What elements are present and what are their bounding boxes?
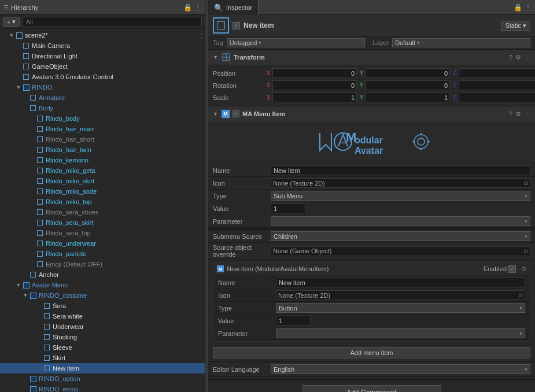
ma-type-dropdown-text: Sub Menu — [274, 193, 525, 199]
nested-picker-btn[interactable]: ⊙ — [521, 265, 526, 273]
inspector-tab[interactable]: 🔍 Inspector — [208, 0, 259, 15]
nested-name-input[interactable] — [276, 278, 525, 287]
nested-icon-picker[interactable]: None (Texture 2D) ⊙ — [276, 290, 525, 300]
scene-root-item[interactable]: ▼ scene2* ⋮ — [0, 30, 205, 40]
ma-submenu-dropdown[interactable]: Children ▾ — [271, 231, 530, 241]
sera-label: Sera — [53, 302, 66, 309]
plus-icon: + — [7, 19, 10, 25]
scene-settings-icon[interactable]: ⋮ — [198, 32, 205, 39]
rindo-option-item[interactable]: RINDO_option — [0, 373, 205, 384]
ma-component-header[interactable]: ▼ M MA Menu Item ? ⚙ ⋮ — [208, 106, 535, 121]
main-camera-item[interactable]: Main Camera — [0, 40, 205, 51]
add-component-button[interactable]: Add Component — [302, 385, 441, 392]
anchor-item[interactable]: Anchor — [0, 269, 205, 280]
rindo-particle-item[interactable]: Rindo_particle — [0, 249, 205, 259]
transform-header[interactable]: ▼ Transform ? ⚙ ⋮ — [208, 50, 535, 65]
ma-name-input[interactable] — [271, 165, 530, 175]
position-x-input[interactable] — [272, 68, 357, 78]
hierarchy-panel-header: ☰ Hierarchy 🔒 ⋮ — [0, 0, 205, 15]
transform-menu-icon[interactable]: ⋮ — [524, 54, 530, 61]
emoji-icon — [36, 260, 44, 268]
nested-icon-btn[interactable]: ⊙ — [518, 292, 523, 298]
rindo-sera-shoes-item[interactable]: Rindo_sera_shoes — [0, 207, 205, 217]
ma-settings-icon[interactable]: ⚙ — [515, 110, 521, 118]
rindo-sera-top-item[interactable]: Rindo_sera_top — [0, 228, 205, 238]
rindo-sera-skirt-item[interactable]: Rindo_sera_skirt — [0, 217, 205, 228]
ma-source-override-picker[interactable]: None (Game Object) ⊙ — [271, 246, 530, 256]
rotation-x-input[interactable] — [272, 80, 357, 90]
transform-help-icon[interactable]: ? — [509, 54, 512, 61]
rindo-item[interactable]: ▼ RINDO — [0, 82, 205, 93]
rindo-miko-skirt-item[interactable]: Rindo_miko_skirt — [0, 176, 205, 186]
more-icon[interactable]: ⋮ — [194, 3, 201, 12]
tab-spacer — [259, 0, 510, 14]
position-label: Position — [213, 70, 265, 77]
add-menu-item-button[interactable]: Add menu item — [213, 347, 530, 358]
ma-help-icon[interactable]: ? — [509, 110, 512, 118]
lock-icon[interactable]: 🔒 — [183, 3, 192, 12]
scale-x-input[interactable] — [272, 93, 357, 102]
ma-enabled-checkbox[interactable] — [233, 110, 239, 117]
editor-language-dropdown[interactable]: English ▾ — [271, 364, 530, 374]
rindo-hair-short-item[interactable]: Rindo_hair_short — [0, 134, 205, 145]
rindo-underwear-item[interactable]: Rindo_underwear — [0, 238, 205, 249]
rindo-body-item[interactable]: Rindo_body — [0, 113, 205, 124]
object-header: New item Static ▾ — [208, 15, 535, 36]
avatars-control-item[interactable]: Avatars 3.0 Emulator Control — [0, 72, 205, 82]
transform-settings-icon[interactable]: ⚙ — [515, 54, 521, 61]
sera-white-item[interactable]: Sera white — [0, 311, 205, 321]
directional-light-item[interactable]: Directional Light — [0, 51, 205, 61]
gameobject-item[interactable]: GameObject — [0, 61, 205, 72]
object-enabled-checkbox[interactable] — [233, 22, 240, 29]
rindo-hair-twin-item[interactable]: Rindo_hair_twin — [0, 145, 205, 155]
hierarchy-search-input[interactable] — [22, 17, 202, 27]
ma-source-picker-btn[interactable]: ⊙ — [523, 248, 528, 254]
add-hierarchy-button[interactable]: + ▾ — [3, 17, 20, 27]
rotation-y-input[interactable] — [366, 80, 450, 90]
skirt-item[interactable]: Skirt — [0, 353, 205, 363]
ma-menu-icon[interactable]: ⋮ — [524, 110, 530, 118]
rindo-costume-item[interactable]: ▼ RINDO_costume — [0, 290, 205, 301]
rindo-hair-main-item[interactable]: Rindo_hair_main — [0, 124, 205, 134]
nested-enabled-checkbox[interactable] — [508, 265, 516, 273]
rindo-kemono-item[interactable]: Rindo_kemono — [0, 155, 205, 165]
rindo-miko-geta-item[interactable]: Rindo_miko_geta — [0, 165, 205, 176]
nested-parameter-dropdown[interactable]: ▾ — [276, 328, 525, 338]
new-item-hierarchy[interactable]: New item — [0, 363, 205, 373]
rindo-miko-sode-item[interactable]: Rindo_miko_sode — [0, 186, 205, 197]
scale-y-input[interactable] — [366, 93, 450, 102]
underwear-item[interactable]: Underwear — [0, 321, 205, 332]
stocking-item[interactable]: Stocking — [0, 332, 205, 342]
nested-value-input[interactable] — [276, 316, 311, 326]
layer-dropdown[interactable]: Default ▾ — [392, 38, 530, 47]
skirt-label: Skirt — [53, 354, 65, 361]
scale-z-input[interactable] — [459, 93, 535, 102]
position-z-input[interactable] — [459, 68, 535, 78]
ma-type-dropdown[interactable]: Sub Menu ▾ — [271, 191, 530, 201]
ma-icon-picker-btn[interactable]: ⊙ — [523, 180, 528, 186]
ma-value-input[interactable] — [271, 204, 305, 213]
rindo-emoji-item[interactable]: RINDO_emoji — [0, 384, 205, 392]
ma-icon-picker[interactable]: None (Texture 2D) ⊙ — [271, 178, 530, 188]
armature-item[interactable]: Armature — [0, 93, 205, 103]
nested-m-icon: M — [217, 265, 224, 272]
static-button[interactable]: Static ▾ — [501, 21, 530, 31]
nested-type-dropdown[interactable]: Button ▾ — [276, 303, 525, 313]
avatar-menu-item[interactable]: ▼ Avatar Menu — [0, 280, 205, 290]
nested-icon-text: None (Texture 2D) — [278, 292, 518, 299]
sera-item[interactable]: Sera — [0, 301, 205, 311]
inspector-lock-icon[interactable]: 🔒 — [514, 3, 522, 12]
emoji-item[interactable]: Emoji (Default OFF) — [0, 259, 205, 269]
position-y-input[interactable] — [366, 68, 450, 78]
tag-label: Tag — [213, 39, 223, 46]
ma-parameter-dropdown[interactable]: ▾ — [271, 216, 530, 226]
nested-ma-header[interactable]: M New item (ModularAvatarMenuItem) Enabl… — [213, 262, 530, 275]
inspector-more-icon[interactable]: ⋮ — [525, 3, 532, 12]
tag-dropdown[interactable]: Untagged ▾ — [227, 38, 365, 47]
position-z-label: Z — [451, 70, 458, 76]
sleeve-item[interactable]: Sleeve — [0, 342, 205, 353]
body-item[interactable]: Body — [0, 103, 205, 113]
rotation-z-input[interactable] — [459, 80, 535, 90]
rindo-miko-top-item[interactable]: Rindo_miko_top — [0, 197, 205, 207]
nested-icon-row: Icon None (Texture 2D) ⊙ — [213, 289, 530, 302]
